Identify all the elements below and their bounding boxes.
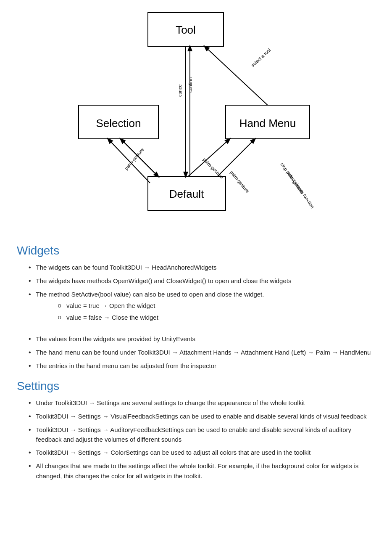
list-item: The widgets have methods OpenWidget() an…: [17, 276, 375, 286]
list-item-text: The widgets have methods OpenWidget() an…: [36, 276, 375, 286]
list-item-text: The values from the widgets are provided…: [36, 334, 375, 344]
palm-gesture-label-3: palm-gesture: [202, 157, 224, 180]
select-simple-function-label: select simple function: [286, 170, 315, 209]
confirm-label: confirm: [188, 77, 193, 93]
sub-item-text: value = false → Close the widget: [66, 313, 375, 322]
svg-line-9: [217, 139, 255, 177]
settings-title: Settings: [17, 379, 375, 393]
sub-list-item: value = false → Close the widget: [36, 313, 375, 322]
svg-line-6: [205, 46, 268, 105]
cancel-label: cancel: [177, 83, 182, 97]
list-item: The widgets can be found Toolkit3DUI → H…: [17, 262, 375, 273]
select-a-tool-label: select a tool: [250, 48, 271, 68]
tool-label: Tool: [176, 24, 196, 36]
list-item: Toolkit3DUI → Settings → ColorSettings c…: [17, 448, 375, 458]
default-label: Default: [169, 188, 204, 200]
list-item-text: The widgets can be found Toolkit3DUI → H…: [36, 262, 375, 272]
list-item: Toolkit3DUI → Settings → AuditoryFeedbac…: [17, 425, 375, 445]
item-text-2: The method SetActive(bool value) can als…: [36, 291, 264, 298]
list-item-text: Under Toolkit3DUI → Settings are several…: [36, 398, 375, 408]
list-item-text: The entries in the hand menu can be adju…: [36, 361, 375, 371]
diagram-container: Tool Selection Hand Menu Default confirm…: [17, 8, 375, 227]
hand-menu-label: Hand Menu: [239, 117, 295, 130]
svg-line-11: [108, 139, 150, 183]
list-item-text: Toolkit3DUI → Settings → ColorSettings c…: [36, 448, 375, 457]
list-item-text: The method SetActive(bool value) can als…: [36, 289, 375, 331]
list-item: The entries in the hand menu can be adju…: [17, 361, 375, 371]
selection-label: Selection: [96, 117, 141, 130]
list-item: The hand menu can be found under Toolkit…: [17, 347, 375, 358]
list-item: The method SetActive(bool value) can als…: [17, 289, 375, 331]
settings-list: Under Toolkit3DUI → Settings are several…: [17, 398, 375, 481]
widgets-list: The widgets can be found Toolkit3DUI → H…: [17, 262, 375, 371]
list-item-text: All changes that are made to the setting…: [36, 461, 375, 481]
list-item-text: The hand menu can be found under Toolkit…: [36, 347, 375, 357]
sub-list-item: value = true → Open the widget: [36, 301, 375, 310]
palm-gesture-label-2: palm-gesture: [229, 170, 250, 194]
svg-line-10: [188, 139, 230, 177]
list-item: All changes that are made to the setting…: [17, 461, 375, 481]
sub-item-text: value = true → Open the widget: [66, 301, 375, 310]
list-item-text: Toolkit3DUI → Settings → AuditoryFeedbac…: [36, 425, 375, 445]
list-item: Under Toolkit3DUI → Settings are several…: [17, 398, 375, 408]
widgets-title: Widgets: [17, 244, 375, 257]
list-item-text: Toolkit3DUI → Settings → VisualFeedbackS…: [36, 411, 375, 421]
list-item: Toolkit3DUI → Settings → VisualFeedbackS…: [17, 411, 375, 421]
list-item: The values from the widgets are provided…: [17, 334, 375, 344]
sub-list: value = true → Open the widget value = f…: [36, 301, 375, 322]
state-diagram: Tool Selection Hand Menu Default confirm…: [66, 8, 326, 227]
